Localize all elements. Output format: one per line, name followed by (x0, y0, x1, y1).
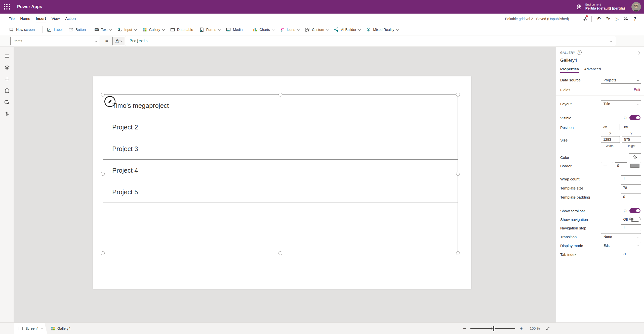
environment-selector[interactable]: Environment Pertila (default) (pertila) (585, 3, 625, 11)
menu-home[interactable]: Home (17, 14, 33, 24)
rail-advanced-tools-button[interactable] (0, 108, 14, 120)
menu-action[interactable]: Action (62, 14, 78, 24)
waffle-menu-button[interactable] (0, 0, 14, 14)
wrap-count-input[interactable] (621, 175, 641, 182)
tool-label: Label (54, 28, 62, 32)
menu-bar: File Home Insert View Action Editable gr… (0, 14, 644, 24)
gallery-row[interactable]: Project 3 (103, 138, 458, 160)
fit-to-window-icon[interactable] (545, 326, 550, 331)
share-button[interactable] (621, 14, 630, 23)
resize-handle-bottom-right[interactable] (456, 251, 460, 255)
data-source-label: Data source (560, 78, 581, 82)
preview-play-button[interactable]: ▷ (612, 14, 621, 23)
help-button[interactable]: ? (630, 14, 639, 23)
resize-handle-top-mid[interactable] (278, 93, 282, 97)
tab-advanced[interactable]: Advanced (584, 67, 601, 71)
gallery-control[interactable]: Timo's megaproject Project 2 Project 3 P… (103, 94, 458, 253)
waffle-icon (3, 4, 11, 10)
tool-media[interactable]: Media (223, 24, 249, 35)
menu-file[interactable]: File (6, 14, 17, 24)
canvas-area[interactable]: Timo's megaproject Project 2 Project 3 P… (14, 47, 556, 322)
screen-icon (18, 326, 23, 331)
transition-dropdown[interactable]: None (601, 233, 641, 240)
resize-handle-top-left[interactable] (101, 93, 105, 97)
rail-expand-button[interactable] (0, 50, 14, 62)
undo-button[interactable]: ↶ (594, 14, 603, 23)
tool-new-screen[interactable]: New screen (6, 24, 42, 35)
gallery-icon (142, 27, 147, 32)
resize-handle-mid-right[interactable] (456, 172, 460, 176)
fields-label: Fields (560, 88, 570, 92)
navigation-step-input[interactable] (621, 224, 641, 231)
data-table-icon (170, 27, 175, 32)
border-color-button[interactable] (629, 162, 641, 169)
resize-handle-bottom-left[interactable] (101, 251, 105, 255)
tool-ai-builder[interactable]: AI Builder (331, 24, 363, 35)
avatar[interactable] (631, 2, 641, 12)
formula-expand-chevron[interactable] (610, 39, 612, 42)
screen-selector[interactable]: Screen4 (14, 323, 47, 334)
tool-forms[interactable]: Forms (196, 24, 223, 35)
rail-insert-button[interactable] (0, 73, 14, 85)
rail-media-button[interactable] (0, 97, 14, 108)
gallery-edit-pencil-button[interactable] (104, 96, 115, 107)
rail-footer (0, 323, 14, 334)
rail-data-button[interactable] (0, 85, 14, 97)
border-style-dropdown[interactable] (601, 162, 613, 169)
control-breadcrumb[interactable]: Gallery4 (50, 323, 70, 334)
menu-view[interactable]: View (49, 14, 62, 24)
app-checker-button[interactable] (580, 14, 589, 23)
tool-mixed-reality[interactable]: Mixed Reality (363, 24, 401, 35)
tool-custom[interactable]: Custom (302, 24, 331, 35)
data-source-dropdown[interactable]: Projects (601, 77, 641, 84)
panel-help-button[interactable]: ? (577, 50, 582, 55)
tool-input[interactable]: Input (114, 24, 139, 35)
show-scrollbar-toggle[interactable] (629, 208, 640, 213)
visible-toggle[interactable] (629, 115, 640, 120)
menu-insert[interactable]: Insert (33, 14, 49, 24)
resize-handle-bottom-mid[interactable] (278, 251, 282, 255)
panel-collapse-chevron[interactable] (637, 51, 640, 55)
tool-label: New screen (16, 28, 35, 32)
formula-input[interactable]: Projects (126, 37, 615, 45)
tool-text[interactable]: Abc Text (91, 24, 114, 35)
zoom-slider-thumb[interactable] (493, 326, 495, 331)
fx-dropdown[interactable]: fx (112, 37, 125, 45)
tab-index-input[interactable] (621, 251, 641, 257)
gallery-row[interactable]: Project 5 (103, 181, 458, 203)
display-mode-dropdown[interactable]: Edit (601, 242, 641, 249)
border-width-input[interactable] (615, 162, 627, 169)
size-height-input[interactable] (622, 136, 641, 143)
layout-dropdown[interactable]: Title (601, 100, 641, 107)
rail-tree-view-button[interactable] (0, 62, 14, 73)
tool-label[interactable]: Label (44, 24, 65, 35)
environment-label: Environment (585, 3, 625, 6)
tool-gallery[interactable]: Gallery (139, 24, 167, 35)
size-width-input[interactable] (601, 136, 620, 143)
chevron-down-icon (358, 28, 361, 31)
property-selector[interactable]: Items (10, 37, 100, 45)
zoom-in-button[interactable]: + (517, 323, 525, 334)
gallery-row[interactable]: Timo's megaproject (103, 95, 458, 116)
resize-handle-top-right[interactable] (456, 93, 460, 97)
visible-label: Visible (560, 116, 571, 120)
tab-properties[interactable]: Properties (560, 67, 579, 71)
position-x-input[interactable] (601, 124, 620, 130)
template-size-input[interactable] (621, 184, 641, 191)
redo-button[interactable]: ↷ (603, 14, 612, 23)
tool-data-table[interactable]: Data table (167, 24, 196, 35)
gallery-row[interactable]: Project 2 (103, 116, 458, 138)
zoom-slider[interactable] (470, 328, 515, 329)
fields-edit-link[interactable]: Edit (634, 87, 640, 92)
tool-icons[interactable]: Icons (277, 24, 302, 35)
color-picker-button[interactable] (629, 153, 641, 160)
show-navigation-toggle[interactable] (629, 217, 640, 222)
tool-button[interactable]: Button (65, 24, 89, 35)
resize-handle-mid-left[interactable] (101, 172, 105, 176)
gallery-row[interactable]: Project 4 (103, 160, 458, 181)
tool-charts[interactable]: Charts (250, 24, 277, 35)
screen-name: Screen4 (25, 326, 38, 330)
position-y-input[interactable] (622, 124, 641, 130)
template-padding-input[interactable] (621, 194, 641, 200)
zoom-out-button[interactable]: − (461, 323, 469, 334)
